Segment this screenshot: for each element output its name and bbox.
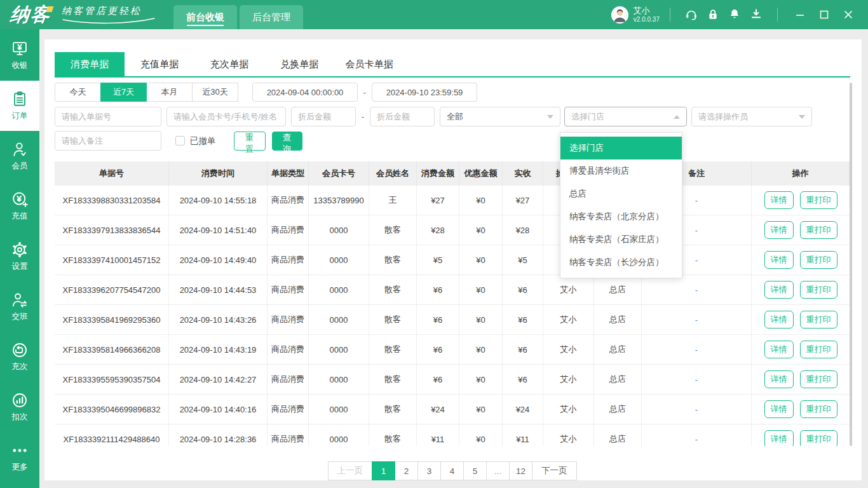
member-search-input[interactable] bbox=[166, 107, 286, 126]
vertical-scrollbar[interactable] bbox=[850, 83, 852, 446]
reprint-button[interactable]: 重打印 bbox=[800, 370, 837, 388]
tab-consume-orders[interactable]: 消费单据 bbox=[55, 52, 125, 76]
app-version: v2.0.0.37 bbox=[634, 16, 660, 24]
filter-row-date: 今天 近7天 本月 近30天 - bbox=[55, 83, 477, 102]
next-page-button[interactable]: 下一页 bbox=[532, 461, 577, 480]
revoked-checkbox[interactable] bbox=[175, 136, 185, 146]
page-button-4[interactable]: 4 bbox=[440, 461, 464, 480]
prev-page-button[interactable]: 上一页 bbox=[328, 461, 373, 480]
reprint-button[interactable]: 重打印 bbox=[800, 251, 837, 269]
cell-card-no: 0000 bbox=[309, 275, 369, 304]
cell-store: 总店 bbox=[594, 424, 642, 446]
close-button[interactable] bbox=[836, 4, 860, 25]
reprint-button[interactable]: 重打印 bbox=[800, 400, 837, 418]
page-button-3[interactable]: 3 bbox=[417, 461, 441, 480]
logo-accent-mark bbox=[46, 6, 54, 12]
reprint-button[interactable]: 重打印 bbox=[800, 191, 837, 209]
amount-range-separator: - bbox=[356, 112, 370, 121]
reprint-button[interactable]: 重打印 bbox=[800, 311, 837, 329]
detail-button[interactable]: 详情 bbox=[764, 370, 794, 388]
quick-range-last7days[interactable]: 近7天 bbox=[100, 83, 147, 102]
cell-consume-time: 2024-09-10 14:55:18 bbox=[169, 186, 268, 215]
cell-paid: ¥11 bbox=[503, 424, 543, 446]
user-avatar[interactable] bbox=[611, 6, 628, 24]
maximize-button[interactable] bbox=[812, 4, 836, 25]
reprint-button[interactable]: 重打印 bbox=[800, 430, 837, 446]
tab-exchange-orders[interactable]: 兑换单据 bbox=[264, 52, 334, 76]
search-button[interactable]: 查询 bbox=[272, 132, 302, 151]
store-option-boai-qinghua[interactable]: 博爱县清华街店 bbox=[560, 159, 682, 182]
cell-member-name: 王 bbox=[369, 186, 417, 215]
bell-icon[interactable] bbox=[724, 4, 745, 25]
tab-member-card-orders[interactable]: 会员卡单据 bbox=[334, 52, 404, 76]
sidebar-item-recharge-times[interactable]: 充次 bbox=[0, 332, 39, 382]
quick-range-this-month[interactable]: 本月 bbox=[146, 83, 193, 102]
order-no-input[interactable] bbox=[55, 107, 161, 126]
minimize-button[interactable] bbox=[788, 4, 812, 25]
tab-recharge-times-orders[interactable]: 充次单据 bbox=[194, 52, 264, 76]
page-button-12[interactable]: 12 bbox=[509, 461, 532, 480]
sidebar-item-label: 更多 bbox=[12, 462, 28, 473]
table-row: XF1833395046699896832 2024-09-10 14:40:1… bbox=[55, 395, 850, 424]
cell-order-type: 商品消费 bbox=[268, 215, 309, 245]
detail-button[interactable]: 详情 bbox=[764, 221, 794, 239]
page-button-5[interactable]: 5 bbox=[463, 461, 487, 480]
reprint-button[interactable]: 重打印 bbox=[800, 281, 837, 299]
cell-member-name: 散客 bbox=[369, 215, 417, 245]
detail-button[interactable]: 详情 bbox=[764, 341, 794, 358]
page-ellipsis[interactable]: ... bbox=[486, 461, 510, 480]
cell-card-no: 0000 bbox=[309, 215, 369, 245]
sidebar-item-members[interactable]: 会员 bbox=[0, 131, 39, 181]
customer-service-icon[interactable] bbox=[681, 4, 702, 25]
detail-button[interactable]: 详情 bbox=[764, 400, 794, 418]
sidebar-item-orders[interactable]: 订单 bbox=[0, 81, 39, 131]
tab-recharge-orders[interactable]: 充值单据 bbox=[125, 52, 194, 76]
store-option-beijing[interactable]: 纳客专卖店（北京分店） bbox=[560, 205, 682, 228]
cell-card-no: 0000 bbox=[309, 424, 369, 446]
reset-button[interactable]: 重置 bbox=[234, 132, 266, 151]
cell-consume-time: 2024-09-10 14:43:19 bbox=[169, 335, 268, 364]
sidebar-item-more[interactable]: 更多 bbox=[0, 432, 39, 482]
quick-range-today[interactable]: 今天 bbox=[55, 83, 101, 102]
minimize-icon bbox=[796, 10, 804, 19]
page-button-2[interactable]: 2 bbox=[395, 461, 418, 480]
detail-button[interactable]: 详情 bbox=[764, 430, 794, 446]
store-option-placeholder[interactable]: 选择门店 bbox=[560, 137, 682, 159]
detail-button[interactable]: 详情 bbox=[764, 281, 794, 299]
lock-icon[interactable] bbox=[702, 4, 724, 25]
operator-select[interactable]: 请选择操作员 bbox=[691, 107, 812, 126]
cell-order-type: 商品消费 bbox=[268, 186, 309, 215]
download-icon[interactable] bbox=[745, 4, 767, 25]
detail-button[interactable]: 详情 bbox=[764, 191, 794, 209]
date-to-input[interactable] bbox=[372, 83, 477, 102]
store-option-changsha[interactable]: 纳客专卖店（长沙分店） bbox=[560, 251, 682, 274]
remark-input[interactable] bbox=[55, 131, 161, 151]
sidebar-item-cashier[interactable]: 收银 bbox=[0, 30, 39, 81]
topbar: 纳客 纳客管店更轻松 前台收银 后台管理 艾小 v2.0.0.37 bbox=[0, 0, 868, 29]
amount-max-input[interactable] bbox=[370, 107, 435, 126]
date-from-input[interactable] bbox=[252, 83, 358, 102]
order-type-select[interactable]: 全部 bbox=[440, 107, 560, 126]
sidebar-item-label: 收银 bbox=[12, 60, 28, 71]
cell-amount: ¥6 bbox=[417, 275, 459, 304]
cell-discount: ¥0 bbox=[459, 305, 503, 334]
cell-remark: - bbox=[642, 395, 752, 424]
quick-range-last30days[interactable]: 近30天 bbox=[192, 83, 238, 102]
store-select[interactable]: 选择门店 bbox=[564, 107, 687, 126]
reprint-button[interactable]: 重打印 bbox=[800, 341, 837, 358]
nav-backend-admin[interactable]: 后台管理 bbox=[240, 5, 303, 29]
sidebar-item-shift[interactable]: 交班 bbox=[0, 281, 39, 332]
store-option-shijiazhuang[interactable]: 纳客专卖店（石家庄店） bbox=[560, 228, 682, 251]
store-option-headquarters[interactable]: 总店 bbox=[560, 182, 682, 205]
sidebar-item-settings[interactable]: 设置 bbox=[0, 231, 39, 281]
sidebar-item-deduct-times[interactable]: 扣次 bbox=[0, 382, 39, 432]
detail-button[interactable]: 详情 bbox=[764, 311, 794, 329]
nav-front-cashier[interactable]: 前台收银 bbox=[173, 5, 237, 29]
detail-button[interactable]: 详情 bbox=[764, 251, 794, 269]
reprint-button[interactable]: 重打印 bbox=[800, 221, 837, 239]
cell-actions: 详情 重打印 bbox=[752, 335, 850, 364]
sidebar-item-recharge[interactable]: 充值 bbox=[0, 181, 39, 231]
cell-operator: 艾小 bbox=[543, 275, 594, 304]
page-button-1[interactable]: 1 bbox=[372, 461, 395, 480]
amount-min-input[interactable] bbox=[291, 107, 356, 126]
